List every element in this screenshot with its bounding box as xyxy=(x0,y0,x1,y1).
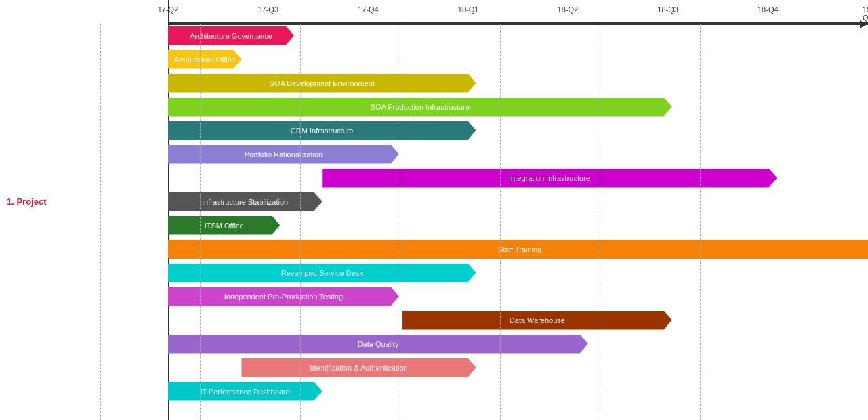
bar-staff-training: Staff Training xyxy=(168,240,868,259)
quarter-label-17-Q3: 17-Q3 xyxy=(257,5,278,14)
quarter-label-18-Q3: 18-Q3 xyxy=(657,5,678,14)
bar-label-infra-stab: Infrastructure Stabilization xyxy=(202,198,288,206)
bar-label-integration-infra: Integration Infrastructure xyxy=(509,174,590,182)
bar-integration-infra: Integration Infrastructure xyxy=(322,169,777,188)
bar-label-soa-dev: SOA Development Environment xyxy=(270,79,375,87)
bar-itsm-office: ITSM Office xyxy=(168,216,280,235)
quarter-line-18-Q1 xyxy=(300,24,301,420)
timeline-header: 17-Q217-Q317-Q418-Q118-Q218-Q318-Q419-Q1 xyxy=(168,0,868,24)
bar-label-itsm-office: ITSM Office xyxy=(205,222,244,230)
quarter-label-18-Q1: 18-Q1 xyxy=(458,5,479,14)
gantt-chart: 1. Project 17-Q217-Q317-Q418-Q118-Q218-Q… xyxy=(0,0,868,420)
quarter-line-18-Q3 xyxy=(500,24,501,420)
project-label: 1. Project xyxy=(7,196,47,207)
bar-service-desk: Revamped Service Desk xyxy=(168,264,476,282)
bar-soa-prod: SOA Production Infrastructure xyxy=(168,98,672,117)
bar-label-it-perf-dashboard: IT Performance Dashboard xyxy=(200,387,289,396)
bar-label-arch-office: Architecture Office xyxy=(174,56,235,64)
gantt-rows: Architecture GovernanceArchitecture Offi… xyxy=(168,24,868,420)
quarter-label-19-Q1: 19-Q1 xyxy=(863,5,868,22)
bar-it-perf-dashboard: IT Performance Dashboard xyxy=(168,382,322,401)
bar-label-pre-prod-test: Independent Pre-Production Testing xyxy=(224,293,343,301)
bar-arch-governance: Architecture Governance xyxy=(168,26,294,45)
quarter-line-17-Q3 xyxy=(100,24,101,420)
quarter-line-18-Q2 xyxy=(400,24,400,420)
bar-data-quality: Data Quality xyxy=(168,335,588,354)
quarter-label-17-Q4: 17-Q4 xyxy=(358,5,379,14)
quarter-label-18-Q2: 18-Q2 xyxy=(558,5,579,14)
bar-label-staff-training: Staff Training xyxy=(498,245,542,253)
bar-label-service-desk: Revamped Service Desk xyxy=(281,269,363,277)
bar-label-data-quality: Data Quality xyxy=(358,340,399,348)
bar-label-soa-prod: SOA Production Infrastructure xyxy=(371,103,470,111)
bar-infra-stab: Infrastructure Stabilization xyxy=(168,192,322,211)
bar-id-auth: Identification & Authentication xyxy=(241,358,476,377)
quarter-line-17-Q4 xyxy=(200,24,201,420)
bar-crm-infra: CRM Infrastructure xyxy=(168,121,476,140)
bar-portfolio-rat: Portfolio Rationalization xyxy=(168,145,399,164)
bar-label-portfolio-rat: Portfolio Rationalization xyxy=(245,150,323,159)
bar-pre-prod-test: Independent Pre-Production Testing xyxy=(168,287,399,306)
bar-soa-dev: SOA Development Environment xyxy=(168,74,476,93)
quarter-line-19-Q1 xyxy=(700,24,701,420)
quarter-label-17-Q2: 17-Q2 xyxy=(158,5,179,14)
bar-data-warehouse: Data Warehouse xyxy=(402,311,672,330)
quarter-label-18-Q4: 18-Q4 xyxy=(758,5,779,14)
bar-arch-office: Architecture Office xyxy=(168,50,241,69)
bar-label-data-warehouse: Data Warehouse xyxy=(510,316,565,324)
bar-label-id-auth: Identification & Authentication xyxy=(310,364,407,372)
bar-label-arch-governance: Architecture Governance xyxy=(190,32,272,40)
quarter-line-18-Q4 xyxy=(600,24,600,420)
